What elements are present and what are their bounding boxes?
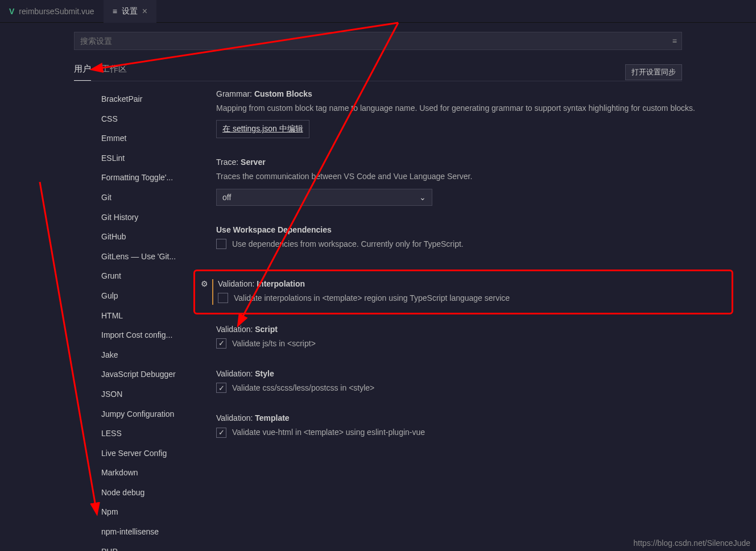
setting-desc: Traces the communication between VS Code… — [216, 170, 756, 183]
sidebar-item[interactable]: LESS — [91, 424, 205, 444]
sidebar-item[interactable]: CSS — [91, 109, 205, 129]
setting-desc: Use dependencies from workspace. Current… — [232, 238, 464, 250]
sidebar-item[interactable]: Jake — [91, 345, 205, 365]
setting-desc: Validate css/scss/less/postcss in <style… — [232, 382, 374, 394]
close-icon[interactable]: × — [142, 6, 147, 16]
setting-desc: Validate interpolations in <template> re… — [234, 292, 510, 304]
setting-validation-style: Validation: Style Validate css/scss/less… — [216, 369, 756, 394]
sidebar-item[interactable]: PHP — [91, 542, 205, 551]
open-settings-sync-button[interactable]: 打开设置同步 — [625, 64, 682, 80]
setting-validation-script: Validation: Script Validate js/ts in <sc… — [216, 325, 756, 350]
checkbox-validation-style[interactable] — [216, 383, 226, 393]
sidebar-item[interactable]: JavaScript Debugger — [91, 364, 205, 384]
modified-indicator — [212, 279, 213, 304]
checkbox-validation-script[interactable] — [216, 338, 226, 349]
sidebar-item[interactable]: npm-intellisense — [91, 522, 205, 542]
vue-icon: V — [9, 7, 14, 16]
tab-file-label: reimburseSubmit.vue — [19, 7, 94, 16]
tab-bar: V reimburseSubmit.vue ≡ 设置 × — [0, 0, 756, 23]
sidebar-item[interactable]: Import Cost config... — [91, 325, 205, 345]
sidebar-item[interactable]: GitHub — [91, 227, 205, 247]
setting-validation-interpolation: ⚙ Validation: Interpolation Validate int… — [193, 270, 733, 314]
checkbox-validation-interpolation[interactable] — [218, 293, 228, 303]
setting-title-prefix: Validation: — [218, 279, 257, 288]
sidebar-item[interactable]: Git History — [91, 208, 205, 227]
setting-title-name: Script — [255, 325, 278, 334]
sidebar-item[interactable]: Live Server Config — [91, 444, 205, 463]
watermark: https://blog.csdn.net/SilenceJude — [634, 538, 750, 548]
trace-server-dropdown[interactable]: off ⌄ — [216, 189, 432, 206]
search-input[interactable] — [75, 36, 668, 45]
sidebar-item[interactable]: Gulp — [91, 286, 205, 306]
sidebar-item[interactable]: Jumpy Configuration — [91, 404, 205, 424]
sidebar-item[interactable]: Grunt — [91, 266, 205, 286]
checkbox-workspace-deps[interactable] — [216, 239, 226, 249]
setting-title-prefix: Grammar: — [216, 89, 254, 98]
setting-title-prefix: Trace: — [216, 158, 241, 167]
setting-desc: Validate vue-html in <template> using es… — [232, 426, 425, 438]
setting-desc: Validate js/ts in <script> — [232, 337, 316, 350]
sidebar-item[interactable]: Formatting Toggle'... — [91, 168, 205, 188]
setting-title-name: Server — [241, 158, 266, 167]
tab-settings-label: 设置 — [122, 6, 138, 16]
gear-icon[interactable]: ⚙ — [201, 279, 208, 288]
filter-icon[interactable]: ≡ — [668, 36, 681, 45]
dropdown-value: off — [222, 193, 231, 202]
sidebar-item[interactable]: BracketPair — [91, 89, 205, 109]
setting-use-workspace-deps: Use Workspace Dependencies Use dependenc… — [216, 225, 756, 250]
settings-tab-icon: ≡ — [113, 7, 117, 16]
checkbox-validation-template[interactable] — [216, 428, 226, 438]
sidebar-item[interactable]: HTML — [91, 306, 205, 326]
scope-workspace[interactable]: 工作区 — [101, 64, 127, 81]
sidebar-item[interactable]: Node debug — [91, 483, 205, 503]
settings-main: Grammar: Custom Blocks Mapping from cust… — [205, 89, 756, 551]
sidebar-item[interactable]: ESLint — [91, 148, 205, 168]
setting-title-name: Use Workspace Dependencies — [216, 225, 332, 234]
sidebar-item[interactable]: Npm — [91, 502, 205, 522]
sidebar-item[interactable]: Git — [91, 188, 205, 208]
scope-user[interactable]: 用户 — [74, 64, 91, 81]
edit-in-settings-json[interactable]: 在 settings.json 中编辑 — [216, 120, 309, 138]
setting-validation-template: Validation: Template Validate vue-html i… — [216, 413, 756, 438]
tab-settings[interactable]: ≡ 设置 × — [104, 0, 157, 23]
sidebar-item[interactable]: GitLens — Use 'Git... — [91, 247, 205, 267]
sidebar-item[interactable]: Emmet — [91, 129, 205, 148]
setting-title-name: Custom Blocks — [254, 89, 312, 98]
setting-title-name: Interpolation — [257, 279, 305, 288]
setting-title-name: Style — [255, 369, 274, 378]
setting-title-prefix: Validation: — [216, 369, 255, 378]
scope-tabs: 用户 工作区 — [74, 64, 127, 81]
settings-search[interactable]: ≡ — [74, 32, 682, 50]
sidebar-item[interactable]: Markdown — [91, 463, 205, 483]
setting-trace-server: Trace: Server Traces the communication b… — [216, 158, 756, 205]
setting-title-name: Template — [255, 413, 289, 422]
setting-title-prefix: Validation: — [216, 413, 255, 422]
chevron-down-icon: ⌄ — [419, 193, 426, 202]
sidebar-item[interactable]: JSON — [91, 384, 205, 404]
tab-file[interactable]: V reimburseSubmit.vue — [0, 0, 104, 23]
settings-tree: BracketPairCSSEmmetESLintFormatting Togg… — [91, 89, 205, 551]
setting-grammar-custom-blocks: Grammar: Custom Blocks Mapping from cust… — [216, 89, 756, 138]
setting-title-prefix: Validation: — [216, 325, 255, 334]
setting-desc: Mapping from custom block tag name to la… — [216, 102, 756, 114]
